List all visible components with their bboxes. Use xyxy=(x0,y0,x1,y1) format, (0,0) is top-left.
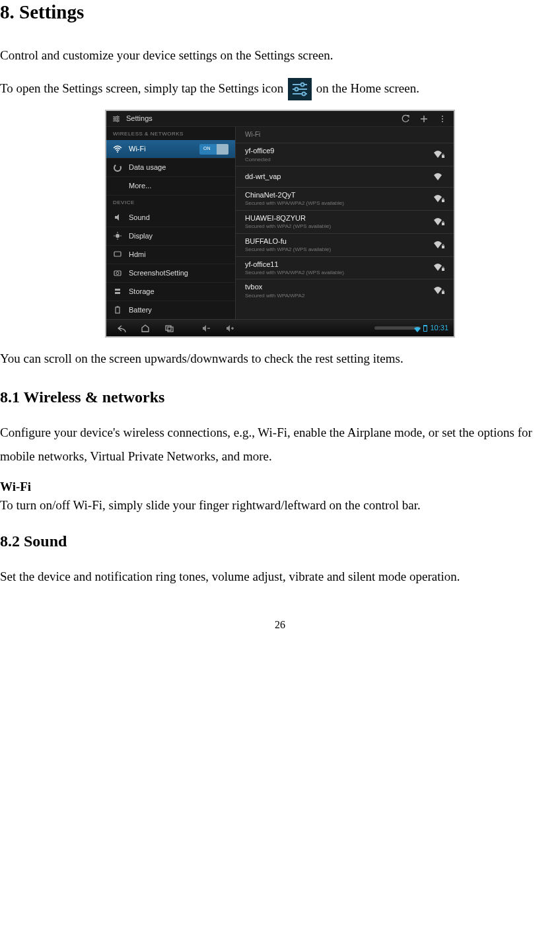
svg-rect-24 xyxy=(114,252,121,256)
scan-button[interactable] xyxy=(400,113,411,125)
wifi-ssid: ChinaNet-2QyT xyxy=(245,191,434,200)
wifi-signal-icon xyxy=(434,264,444,272)
data-usage-icon xyxy=(113,163,122,172)
section-header-wireless: WIRELESS & NETWORKS xyxy=(106,127,235,140)
wifi-signal-icon xyxy=(434,173,444,181)
wifi-signal-icon xyxy=(434,195,444,203)
settings-screenshot: Settings WIRELESS & NETWORKS xyxy=(105,110,455,338)
vol-down-button[interactable] xyxy=(196,322,216,334)
wifi-network-list: Wi-Fi yf-office9Connecteddd-wrt_vapChina… xyxy=(236,127,454,319)
paragraph-wireless-desc: Configure your device's wireless connect… xyxy=(0,421,560,468)
wifi-network-item[interactable]: dd-wrt_vap xyxy=(236,166,454,187)
svg-rect-36 xyxy=(442,200,444,202)
subsection-sound: 8.2 Sound xyxy=(0,531,560,552)
sidebar-item-label: Display xyxy=(129,232,153,240)
wifi-signal-icon xyxy=(434,287,444,295)
back-button[interactable] xyxy=(112,322,131,334)
sidebar-item-more[interactable]: More... xyxy=(106,177,235,196)
wifi-signal-icon xyxy=(434,151,444,159)
svg-rect-40 xyxy=(442,291,444,294)
section-header-device: DEVICE xyxy=(106,196,235,209)
wifi-ssid: tvbox xyxy=(245,283,434,291)
svg-rect-28 xyxy=(115,292,120,294)
titlebar: Settings xyxy=(106,111,454,127)
page-number: 26 xyxy=(0,615,560,635)
wifi-subtext: Secured with WPA/WPA2 (WPS available) xyxy=(245,200,434,207)
wifi-subtext: Secured with WPA2 (WPS available) xyxy=(245,223,434,230)
wifi-network-item[interactable]: BUFFALO-fuSecured with WPA2 (WPS availab… xyxy=(236,233,454,256)
system-navbar: 10:31 xyxy=(106,319,454,336)
svg-point-26 xyxy=(116,272,119,275)
svg-rect-35 xyxy=(442,155,444,158)
vol-up-button[interactable] xyxy=(220,322,240,334)
section-heading: 8. Settings xyxy=(0,0,560,25)
titlebar-title: Settings xyxy=(126,114,393,123)
add-network-button[interactable] xyxy=(418,113,430,125)
text-before-icon: To open the Settings screen, simply tap … xyxy=(0,81,287,95)
wifi-subtext: Secured with WPA/WPA2 xyxy=(245,293,434,299)
sidebar-item-battery[interactable]: Battery xyxy=(106,301,235,320)
wifi-ssid: dd-wrt_vap xyxy=(245,172,434,181)
wifi-ssid: HUAWEI-8QZYUR xyxy=(245,214,434,223)
paragraph-wifi-toggle: To turn on/off Wi-Fi, simply slide your … xyxy=(0,496,560,515)
hdmi-icon xyxy=(113,250,122,259)
clock-time: 10:31 xyxy=(430,324,448,332)
overflow-menu-button[interactable] xyxy=(437,113,448,125)
svg-rect-39 xyxy=(442,268,444,271)
wifi-network-item[interactable]: ChinaNet-2QyTSecured with WPA/WPA2 (WPS … xyxy=(236,187,454,210)
wifi-heading: Wi-Fi xyxy=(0,478,560,497)
storage-icon xyxy=(113,287,122,296)
settings-sidebar: WIRELESS & NETWORKS Wi-Fi ON Data usage xyxy=(106,127,236,319)
sidebar-item-hdmi[interactable]: Hdmi xyxy=(106,246,235,264)
sidebar-item-label: Data usage xyxy=(129,163,166,172)
svg-rect-27 xyxy=(115,289,120,291)
sidebar-item-label: Storage xyxy=(129,287,155,296)
svg-rect-42 xyxy=(168,327,173,332)
sidebar-item-label: Wi-Fi xyxy=(129,145,146,153)
sidebar-item-label: Hdmi xyxy=(129,250,146,259)
battery-icon xyxy=(113,305,122,314)
wifi-network-item[interactable]: yf-office9Connected xyxy=(236,143,454,166)
sidebar-item-wifi[interactable]: Wi-Fi ON xyxy=(106,140,235,159)
svg-point-9 xyxy=(117,116,119,118)
svg-rect-38 xyxy=(442,246,444,248)
settings-icon xyxy=(288,78,312,100)
subsection-wireless: 8.1 Wireless & networks xyxy=(0,387,560,408)
sidebar-item-label: Battery xyxy=(129,306,152,314)
wifi-subtext: Secured with WPA2 (WPS available) xyxy=(245,246,434,253)
sidebar-item-sound[interactable]: Sound xyxy=(106,209,235,227)
svg-point-3 xyxy=(301,83,304,87)
wifi-ssid: yf-office11 xyxy=(245,260,434,269)
svg-point-19 xyxy=(116,234,120,238)
wifi-subtext: Secured with WPA/WPA2 (WPS available) xyxy=(245,270,434,276)
recent-apps-button[interactable] xyxy=(159,322,179,334)
status-clock[interactable]: 10:31 xyxy=(414,324,448,332)
wifi-subtext: Connected xyxy=(245,157,434,163)
sidebar-item-screenshot[interactable]: ScreenshotSetting xyxy=(106,264,235,283)
svg-point-10 xyxy=(114,118,116,120)
text-after-icon: on the Home screen. xyxy=(316,81,419,95)
sidebar-item-storage[interactable]: Storage xyxy=(106,283,235,301)
svg-rect-30 xyxy=(117,307,119,308)
svg-rect-29 xyxy=(116,307,120,313)
paragraph-intro: Control and customize your device settin… xyxy=(0,44,560,67)
wifi-ssid: BUFFALO-fu xyxy=(245,237,434,246)
wifi-signal-icon xyxy=(434,218,444,226)
battery-status-icon xyxy=(423,325,427,332)
paragraph-open-settings: To open the Settings screen, simply tap … xyxy=(0,77,560,101)
wifi-toggle[interactable]: ON xyxy=(199,144,228,155)
sidebar-item-display[interactable]: Display xyxy=(106,227,235,246)
home-button[interactable] xyxy=(135,322,155,334)
sound-icon xyxy=(113,213,122,222)
wifi-network-item[interactable]: HUAWEI-8QZYURSecured with WPA2 (WPS avai… xyxy=(236,210,454,233)
wifi-icon xyxy=(113,145,122,154)
svg-rect-37 xyxy=(442,223,444,225)
wifi-signal-icon xyxy=(434,241,444,249)
display-icon xyxy=(113,231,122,240)
wifi-network-item[interactable]: tvboxSecured with WPA/WPA2 xyxy=(236,279,454,302)
sidebar-item-data-usage[interactable]: Data usage xyxy=(106,159,235,177)
svg-point-4 xyxy=(295,88,298,91)
svg-rect-41 xyxy=(166,326,171,330)
wifi-network-item[interactable]: yf-office11Secured with WPA/WPA2 (WPS av… xyxy=(236,256,454,279)
svg-point-18 xyxy=(114,164,121,171)
